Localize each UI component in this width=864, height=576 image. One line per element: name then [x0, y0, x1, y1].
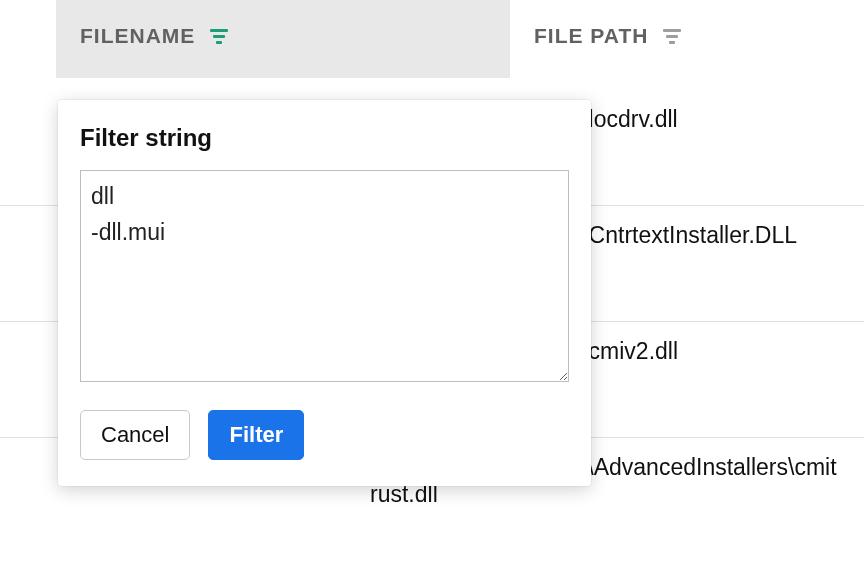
cancel-button[interactable]: Cancel — [80, 410, 190, 460]
filter-icon[interactable] — [662, 26, 682, 46]
filter-textarea[interactable] — [80, 170, 569, 382]
filter-popover: Filter string Cancel Filter — [58, 100, 591, 486]
filter-button[interactable]: Filter — [208, 410, 304, 460]
column-header-label: FILENAME — [80, 24, 195, 48]
column-header-label: FILE PATH — [534, 24, 648, 48]
column-header-filepath[interactable]: FILE PATH — [510, 0, 864, 78]
column-header-filename[interactable]: FILENAME — [56, 0, 510, 78]
popover-actions: Cancel Filter — [80, 410, 569, 460]
popover-title: Filter string — [80, 124, 569, 152]
table-header: FILENAME FILE PATH — [0, 0, 864, 78]
filter-icon[interactable] — [209, 26, 229, 46]
